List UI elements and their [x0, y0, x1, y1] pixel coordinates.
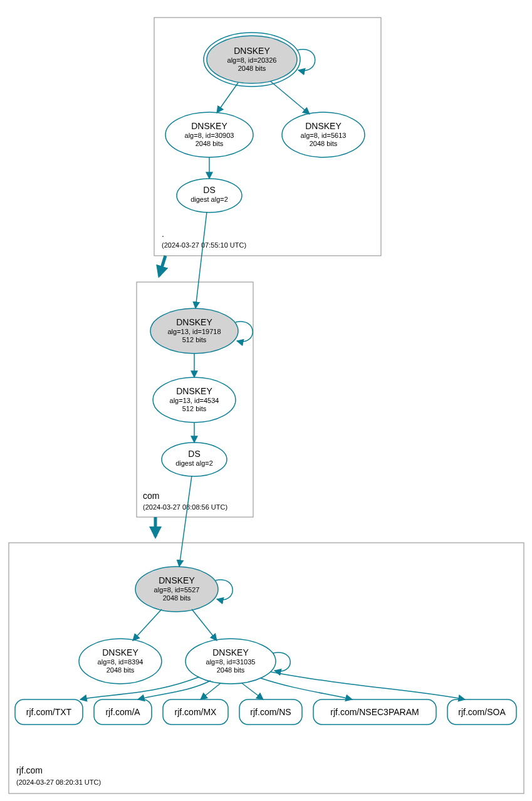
rr-ns: rjf.com/NS: [239, 699, 302, 725]
svg-text:alg=8, id=30903: alg=8, id=30903: [185, 132, 234, 139]
svg-text:alg=8, id=5613: alg=8, id=5613: [301, 132, 347, 139]
svg-text:2048 bits: 2048 bits: [310, 140, 338, 147]
svg-text:2048 bits: 2048 bits: [217, 666, 245, 674]
edge-com-ds-rjf-ksk: [179, 476, 192, 567]
node-rjf-zsk1: DNSKEY alg=8, id=8394 2048 bits: [79, 639, 162, 684]
node-root-ksk: DNSKEY alg=8, id=20326 2048 bits: [204, 33, 300, 86]
svg-text:DNSKEY: DNSKEY: [305, 121, 342, 131]
svg-text:DNSKEY: DNSKEY: [212, 647, 249, 657]
svg-text:digest alg=2: digest alg=2: [175, 459, 213, 467]
svg-text:DS: DS: [203, 185, 215, 195]
svg-text:alg=8, id=8394: alg=8, id=8394: [98, 658, 143, 666]
node-rjf-ksk: DNSKEY alg=8, id=5527 2048 bits: [135, 567, 218, 612]
edge-rjf-ksk-zsk2: [192, 609, 217, 641]
edge-rjf-ksk-zsk1: [133, 609, 162, 641]
node-root-ds: DS digest alg=2: [177, 179, 242, 212]
svg-text:DNSKEY: DNSKEY: [234, 46, 270, 56]
svg-text:DNSKEY: DNSKEY: [159, 575, 195, 585]
svg-text:digest alg=2: digest alg=2: [190, 196, 228, 203]
zone-root-time: (2024-03-27 07:55:10 UTC): [162, 241, 246, 249]
svg-text:512 bits: 512 bits: [182, 405, 207, 412]
svg-text:rjf.com/TXT: rjf.com/TXT: [26, 707, 72, 717]
svg-text:DNSKEY: DNSKEY: [102, 647, 138, 657]
svg-text:alg=13, id=19718: alg=13, id=19718: [167, 328, 221, 335]
rr-soa: rjf.com/SOA: [447, 699, 516, 725]
svg-text:2048 bits: 2048 bits: [107, 666, 135, 674]
zone-com-time: (2024-03-27 08:08:56 UTC): [143, 503, 227, 511]
svg-text:2048 bits: 2048 bits: [238, 65, 266, 72]
zone-com-label: com: [143, 491, 159, 501]
svg-text:rjf.com/A: rjf.com/A: [105, 707, 140, 717]
rr-a: rjf.com/A: [94, 699, 152, 725]
node-root-zsk1: DNSKEY alg=8, id=30903 2048 bits: [165, 112, 253, 157]
svg-text:rjf.com/NS: rjf.com/NS: [250, 707, 291, 717]
edge-zsk2-a: [138, 681, 211, 699]
zone-rjf-time: (2024-03-27 08:20:31 UTC): [16, 778, 101, 786]
svg-text:alg=8, id=5527: alg=8, id=5527: [154, 586, 200, 594]
rr-nsec3: rjf.com/NSEC3PARAM: [313, 699, 436, 725]
edge-zsk2-ns: [242, 683, 263, 699]
svg-text:alg=8, id=31035: alg=8, id=31035: [206, 658, 256, 666]
edge-root-ds-com-ksk: [196, 212, 207, 308]
node-com-zsk: DNSKEY alg=13, id=4534 512 bits: [153, 377, 236, 422]
node-com-ds: DS digest alg=2: [162, 442, 227, 476]
edge-zsk2-mx: [201, 683, 221, 699]
svg-text:alg=8, id=20326: alg=8, id=20326: [227, 56, 277, 64]
svg-text:DS: DS: [188, 449, 200, 459]
edge-root-to-com-box: [159, 256, 165, 276]
dnssec-diagram: . (2024-03-27 07:55:10 UTC) DNSKEY alg=8…: [0, 0, 532, 801]
zone-rjf-label: rjf.com: [16, 765, 43, 775]
edge-zsk2-soa: [271, 672, 465, 699]
node-root-zsk2: DNSKEY alg=8, id=5613 2048 bits: [282, 112, 365, 157]
edge-root-ksk-zsk2: [271, 81, 310, 114]
svg-text:DNSKEY: DNSKEY: [176, 317, 212, 327]
svg-text:DNSKEY: DNSKEY: [176, 386, 212, 396]
svg-text:rjf.com/SOA: rjf.com/SOA: [458, 707, 506, 717]
zone-root-label: .: [162, 229, 164, 239]
svg-text:rjf.com/MX: rjf.com/MX: [175, 707, 217, 717]
svg-text:512 bits: 512 bits: [182, 336, 207, 343]
edge-zsk2-nsec3: [261, 678, 352, 699]
rr-mx: rjf.com/MX: [163, 699, 228, 725]
svg-text:DNSKEY: DNSKEY: [191, 121, 227, 131]
svg-text:2048 bits: 2048 bits: [163, 594, 191, 602]
node-com-ksk: DNSKEY alg=13, id=19718 512 bits: [150, 308, 238, 353]
svg-text:rjf.com/NSEC3PARAM: rjf.com/NSEC3PARAM: [330, 707, 419, 717]
svg-text:2048 bits: 2048 bits: [196, 140, 224, 147]
edge-root-ksk-zsk1: [217, 83, 238, 113]
rr-txt: rjf.com/TXT: [15, 699, 83, 725]
svg-text:alg=13, id=4534: alg=13, id=4534: [170, 397, 219, 404]
